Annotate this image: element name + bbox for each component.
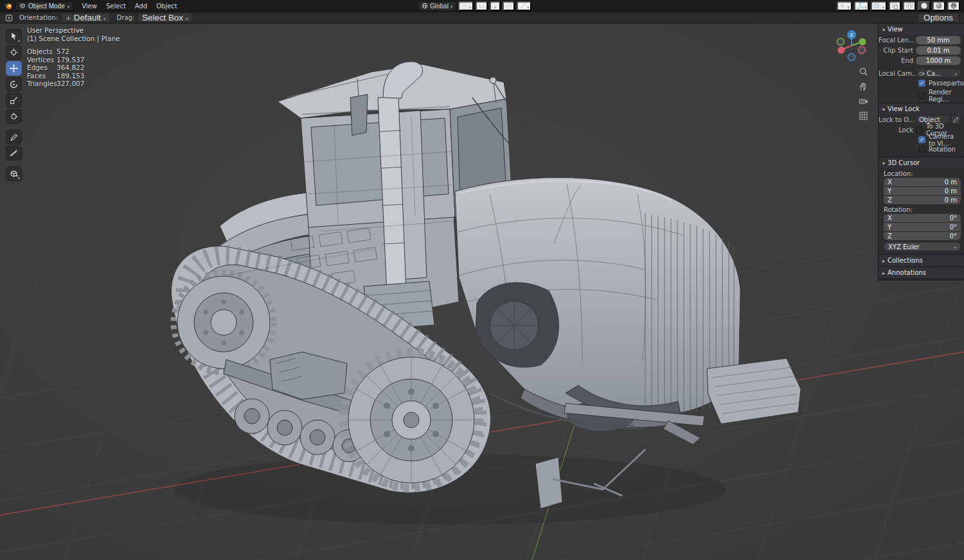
- object-visibility-filter[interactable]: [837, 1, 852, 11]
- cursor-rotation-x-field[interactable]: X 0°: [884, 214, 961, 222]
- cursor-location-y-field[interactable]: Y 0 m: [884, 187, 961, 195]
- orthographic-toggle-button[interactable]: [857, 110, 869, 121]
- transform-orientation-select[interactable]: Global: [418, 1, 456, 11]
- gizmos-toggle[interactable]: [854, 1, 870, 11]
- shading-material-button[interactable]: [933, 1, 945, 11]
- tool-cursor[interactable]: [6, 45, 22, 60]
- clear-icon[interactable]: [954, 70, 958, 77]
- menu-select[interactable]: Select: [102, 0, 130, 12]
- zoom-button[interactable]: [857, 66, 869, 77]
- pivot-point-select[interactable]: [458, 1, 474, 11]
- mode-select[interactable]: Object Mode: [15, 1, 73, 11]
- chevron-down-icon: [864, 1, 867, 11]
- panel-view-header[interactable]: View: [879, 24, 964, 35]
- panel-3d-cursor-title: 3D Cursor: [888, 159, 920, 166]
- xray-icon: [891, 3, 898, 10]
- tool-select-box[interactable]: [6, 29, 22, 44]
- chevron-down-icon: [847, 1, 850, 11]
- cursor-rotation-fields: X 0° Y 0° Z 0°: [884, 214, 961, 240]
- drag-setting-select[interactable]: Select Box: [138, 13, 192, 22]
- stat-label: Vertices: [27, 56, 57, 64]
- tool-scale[interactable]: [6, 93, 22, 108]
- chevron-down-icon: [451, 3, 453, 10]
- stat-value: 364,822: [57, 64, 120, 72]
- lock-rotation-checkbox[interactable]: [918, 146, 925, 153]
- to-3d-cursor-checkbox[interactable]: [916, 127, 923, 134]
- render-region-label: Render Regi...: [929, 89, 961, 103]
- shading-wireframe-button[interactable]: [903, 1, 916, 11]
- viewport-canvas[interactable]: [0, 0, 964, 560]
- rotation-order-select[interactable]: XYZ Euler: [884, 242, 961, 251]
- menu-object[interactable]: Object: [152, 0, 182, 12]
- panel-view-lock-header[interactable]: View Lock: [879, 103, 964, 114]
- chevron-down-icon: [494, 1, 497, 11]
- axis-label: Z: [888, 232, 892, 240]
- chevron-right-icon: [882, 269, 885, 276]
- snap-toggle[interactable]: [476, 1, 488, 11]
- overlays-toggle[interactable]: [871, 1, 887, 11]
- shading-rendered-button[interactable]: [947, 1, 960, 11]
- lock-to-object-label: Lock to O...: [879, 116, 916, 123]
- view-name-text: User Perspective: [27, 26, 120, 35]
- transform-snap-cluster: Global: [418, 0, 531, 12]
- stat-value: 572: [57, 48, 120, 56]
- camera-view-button[interactable]: [857, 95, 869, 107]
- navigation-gizmo[interactable]: z: [833, 27, 870, 64]
- chevron-down-icon: [882, 26, 885, 33]
- shading-solid-button[interactable]: [918, 1, 931, 11]
- magnifier-icon: [859, 67, 868, 76]
- options-button[interactable]: Options: [918, 13, 959, 22]
- hand-icon: [859, 82, 868, 91]
- panel-3d-cursor-header[interactable]: 3D Cursor: [879, 157, 964, 168]
- passepartout-checkbox[interactable]: [918, 80, 925, 87]
- tool-move[interactable]: [6, 61, 22, 76]
- chevron-down-icon: [954, 243, 956, 250]
- material-preview-icon: [935, 2, 943, 10]
- axis-value: 0°: [950, 232, 957, 240]
- local-camera-label: Local Cam...: [879, 70, 916, 77]
- tool-transform[interactable]: [6, 109, 22, 124]
- proportional-editing-toggle[interactable]: [503, 1, 515, 11]
- active-tool-icon[interactable]: [5, 14, 13, 22]
- clip-start-label: Clip Start: [879, 47, 916, 54]
- top-menubar: Object Mode View Select Add Object Globa…: [0, 0, 964, 12]
- cursor-location-x-field[interactable]: X 0 m: [884, 178, 961, 186]
- proportional-falloff-select[interactable]: [517, 1, 532, 11]
- tool-annotate[interactable]: [6, 130, 22, 144]
- cursor-location-z-field[interactable]: Z 0 m: [884, 196, 961, 204]
- panel-annotations: Annotations: [879, 267, 964, 278]
- blender-logo-icon[interactable]: [4, 2, 13, 10]
- axis-label: X: [888, 214, 892, 222]
- viewport-display-cluster: [837, 1, 960, 11]
- render-region-checkbox[interactable]: [918, 92, 925, 99]
- orientation-setting-value: Default: [74, 13, 101, 22]
- cursor-rotation-y-field[interactable]: Y 0°: [884, 223, 961, 231]
- tool-rotate[interactable]: [6, 77, 22, 92]
- axis-value: 0°: [950, 214, 957, 222]
- panel-view-lock: View Lock Lock to O... Object Lock To 3D…: [879, 103, 964, 156]
- panel-annotations-header[interactable]: Annotations: [879, 267, 964, 278]
- local-camera-field[interactable]: Ca...: [916, 69, 961, 78]
- snap-settings-select[interactable]: [490, 1, 501, 11]
- axis-label: X: [888, 179, 892, 186]
- cursor-location-label: Location:: [879, 168, 964, 178]
- axis-label: Y: [888, 223, 891, 231]
- focal-length-field[interactable]: 50 mm: [916, 36, 961, 44]
- clip-end-field[interactable]: 1000 m: [916, 57, 961, 65]
- menu-add[interactable]: Add: [130, 0, 152, 12]
- menu-view[interactable]: View: [77, 0, 102, 12]
- orientation-setting-select[interactable]: Default: [61, 13, 111, 22]
- panel-collections-header[interactable]: Collections: [879, 255, 964, 266]
- tool-add-primitive[interactable]: [6, 166, 22, 181]
- rotate-tool-icon: [10, 80, 18, 89]
- chevron-down-icon: [67, 3, 70, 10]
- camera-to-view-checkbox[interactable]: [918, 136, 925, 143]
- lock-label: Lock: [879, 127, 916, 134]
- tool-measure[interactable]: [6, 146, 22, 161]
- cursor-rotation-z-field[interactable]: Z 0°: [884, 232, 961, 240]
- clip-start-field[interactable]: 0.01 m: [916, 46, 961, 55]
- panel-view-lock-title: View Lock: [888, 105, 920, 112]
- chevron-down-icon: [882, 159, 885, 166]
- pan-button[interactable]: [857, 80, 869, 92]
- xray-toggle[interactable]: [889, 1, 901, 11]
